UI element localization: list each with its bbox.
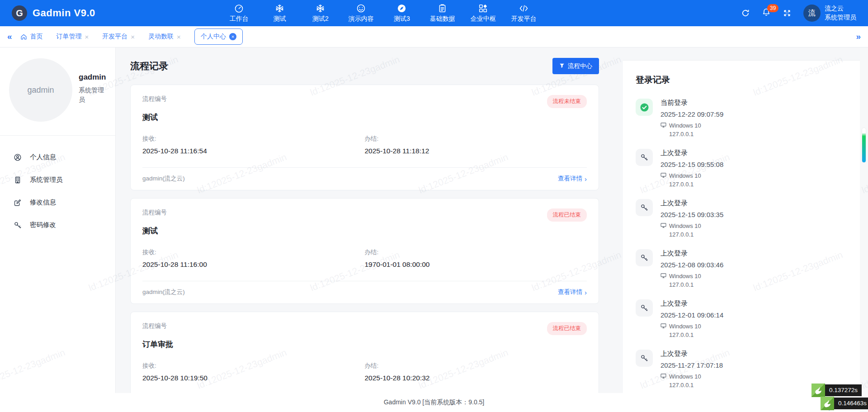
header-nav-item-6[interactable]: 企业中枢 [471,4,496,23]
clipboard-icon [430,4,455,14]
header-nav-item-1[interactable]: 测试 [267,4,292,23]
nav-item-label: 企业中枢 [471,15,496,22]
monitor-icon [660,273,666,279]
login-record-item: 上次登录 2025-12-15 09:03:35 Windows 10 127.… [636,199,857,238]
status-badge: 流程已结束 [547,322,587,335]
tab-label: 灵动数联 [148,33,174,41]
header-nav-item-5[interactable]: 基础数据 [430,4,455,23]
login-record-label: 上次登录 [660,149,723,157]
header-nav-item-7[interactable]: 开发平台 [511,4,537,23]
key-icon [636,199,653,216]
user-icon [14,153,22,161]
view-detail-link[interactable]: 查看详情 › [558,288,587,296]
notifications-button[interactable]: 39 [762,8,771,19]
tab-0[interactable]: 首页 [20,33,43,41]
sidebar-item-3[interactable]: 密码修改 [0,221,115,229]
header-nav-item-0[interactable]: 工作台 [226,4,252,23]
flow-code-label: 流程编号 [142,208,167,217]
nav-item-label: 开发平台 [511,15,537,22]
header-nav-item-3[interactable]: 演示内容 [349,4,374,23]
login-record-os: Windows 10 [669,273,701,279]
user-info: 流之云 系统管理员 [825,4,856,22]
edit-icon [14,199,22,207]
sidebar-item-1[interactable]: 系统管理员 [0,175,115,184]
finish-time: 2025-10-28 10:20:32 [365,374,587,382]
tab-close-icon[interactable]: × [85,33,89,40]
chevron-right-icon: › [585,289,587,296]
receive-label: 接收: [142,248,365,256]
tab-1[interactable]: 订单管理 × [57,33,89,41]
flow-code-label: 流程编号 [142,95,167,103]
tab-close-icon[interactable]: × [131,33,135,40]
receive-time: 2025-10-28 10:19:50 [142,374,365,382]
key-icon [636,350,653,367]
app-screen: G Gadmin V9.0 工作台 测试 测试2 演示内容 测试3 基础数据 企… [0,0,868,412]
flow-record-card: 流程编号 流程未结束 测试 接收: 2025-10-28 11:16:54 办结… [130,85,599,190]
key-icon [636,249,653,266]
flow-record-card: 流程编号 流程已结束 测试 接收: 2025-10-28 11:16:00 办结… [130,198,599,304]
login-record-item: 上次登录 2025-12-15 09:55:08 Windows 10 127.… [636,149,857,188]
flow-title: 测试 [142,226,587,236]
tab-close-icon[interactable]: × [177,33,181,40]
tab-close-icon[interactable]: × [229,33,236,40]
login-record-label: 上次登录 [660,350,723,358]
nav-item-label: 测试 [274,15,286,22]
user-org: 流之云 [825,4,856,13]
login-record-item: 当前登录 2025-12-22 09:07:59 Windows 10 127.… [636,99,857,137]
login-record-time: 2025-12-15 09:03:35 [660,211,723,218]
code-icon [511,4,537,14]
home-icon [20,33,27,40]
tab-4[interactable]: 个人中心 × [194,28,243,45]
login-record-label: 上次登录 [660,199,723,208]
sidebar-item-2[interactable]: 修改信息 [0,198,115,207]
monitor-icon [660,223,666,229]
nav-item-label: 工作台 [230,15,249,22]
profile-avatar[interactable]: gadmin [9,58,72,122]
login-record-label: 上次登录 [660,249,723,258]
header-nav-item-2[interactable]: 测试2 [308,4,333,23]
scrollbar-thumb[interactable] [862,128,866,162]
login-record-item: 上次登录 2025-12-08 09:03:46 Windows 10 127.… [636,249,857,288]
tab-2[interactable]: 开发平台 × [102,33,135,41]
logo-icon: G [12,5,27,21]
login-record-time: 2025-11-27 17:07:18 [660,361,723,369]
finish-time: 2025-10-28 11:18:12 [365,147,587,155]
top-header: G Gadmin V9.0 工作台 测试 测试2 演示内容 测试3 基础数据 企… [0,0,868,26]
sidebar-menu-label: 密码修改 [30,221,56,229]
profile-block: gadmin gadmin 系统管理员 [0,58,115,122]
login-record-item: 上次登录 2025-11-27 17:07:18 Windows 10 127.… [636,350,857,388]
view-detail-link[interactable]: 查看详情 › [558,175,587,183]
profile-sidebar: gadmin gadmin 系统管理员 个人信息 系统管理员 修改信息 密码修改 [0,47,116,412]
flow-code-label: 流程编号 [142,322,167,330]
flow-center-button[interactable]: 流程中心 [552,58,599,74]
brand[interactable]: G Gadmin V9.0 [12,5,95,21]
sidebar-item-0[interactable]: 个人信息 [0,153,115,161]
finish-label: 办结: [365,135,587,143]
flow-title: 测试 [142,112,587,123]
user-role: 系统管理员 [825,13,856,22]
footer-version-text: Gadmin V9.0 [当前系统版本：9.0.5] [384,398,485,407]
header-nav-item-4[interactable]: 测试3 [389,4,415,23]
fullscreen-icon[interactable] [783,9,792,18]
login-record-ip: 127.0.0.1 [660,281,723,288]
notification-count-badge: 39 [767,4,778,12]
flow-owner: gadmin(流之云) [142,288,185,296]
receive-label: 接收: [142,135,365,143]
login-record-os: Windows 10 [669,373,701,380]
header-nav: 工作台 测试 测试2 演示内容 测试3 基础数据 企业中枢 开发平台 [226,4,537,23]
monitor-icon [660,373,666,380]
user-avatar: 流 [803,5,821,22]
scrollbar-track[interactable] [860,47,868,412]
tabs-expand-right-icon[interactable]: » [856,32,861,42]
tabs-collapse-left-icon[interactable]: « [7,32,12,42]
login-record-os: Windows 10 [669,323,701,330]
key-icon [636,149,653,166]
nav-item-label: 基础数据 [430,15,455,22]
refresh-icon[interactable] [741,9,750,18]
login-record-label: 上次登录 [660,299,723,308]
tab-3[interactable]: 灵动数联 × [148,33,181,41]
receive-time: 2025-10-28 11:16:54 [142,147,365,155]
user-menu[interactable]: 流 流之云 系统管理员 [803,4,856,22]
flow-record-list: 流程编号 流程未结束 测试 接收: 2025-10-28 11:16:54 办结… [130,85,599,412]
tab-label: 个人中心 [201,33,226,41]
